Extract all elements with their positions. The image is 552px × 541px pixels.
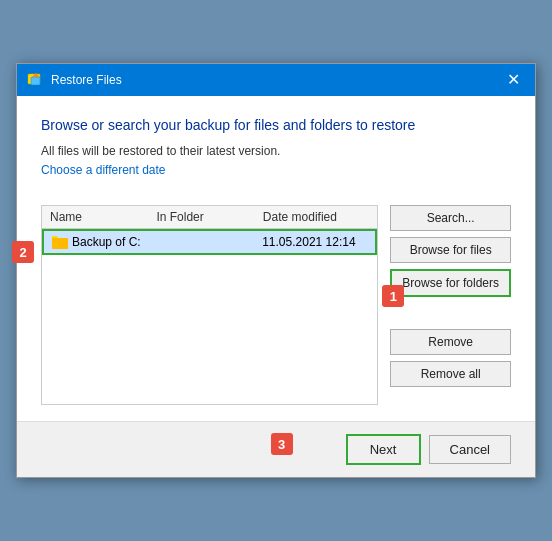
badge-3: 3 [271,433,293,455]
file-table: Name In Folder Date modified 2 Backup of… [41,205,378,405]
col-name: Name [50,210,156,224]
badge-2: 2 [12,241,34,263]
remove-button[interactable]: Remove [390,329,511,355]
cell-date: 11.05.2021 12:14 [262,235,367,249]
side-buttons: Search... Browse for files 1 Browse for … [390,205,511,405]
svg-rect-1 [31,77,40,85]
table-header: Name In Folder Date modified [42,206,377,229]
choose-date-link[interactable]: Choose a different date [41,163,166,177]
footer-bar: 3 Next Cancel [17,421,535,477]
restore-files-window: Restore Files ✕ Browse or search your ba… [16,63,536,478]
col-folder: In Folder [156,210,262,224]
next-button-wrap: 3 Next [346,434,421,465]
next-button[interactable]: Next [346,434,421,465]
title-bar: Restore Files ✕ [17,64,535,96]
page-heading: Browse or search your backup for files a… [41,116,511,134]
cancel-button[interactable]: Cancel [429,435,511,464]
cell-name: Backup of C: [52,235,157,249]
remove-all-button[interactable]: Remove all [390,361,511,387]
browse-folders-button[interactable]: Browse for folders [390,269,511,297]
window-title: Restore Files [51,73,501,87]
table-area: Name In Folder Date modified 2 Backup of… [41,205,511,405]
restore-files-icon [27,71,45,89]
browse-files-button[interactable]: Browse for files [390,237,511,263]
col-date: Date modified [263,210,369,224]
sub-description: All files will be restored to their late… [41,144,511,158]
close-button[interactable]: ✕ [501,68,525,92]
folder-icon [52,235,68,249]
browse-folders-wrap: 1 Browse for folders [390,269,511,297]
search-button[interactable]: Search... [390,205,511,231]
main-content: Browse or search your backup for files a… [17,96,535,421]
table-row[interactable]: 2 Backup of C: 11.05.2021 12:14 [42,229,377,255]
badge-1: 1 [382,285,404,307]
table-body: 2 Backup of C: 11.05.2021 12:14 [42,229,377,389]
